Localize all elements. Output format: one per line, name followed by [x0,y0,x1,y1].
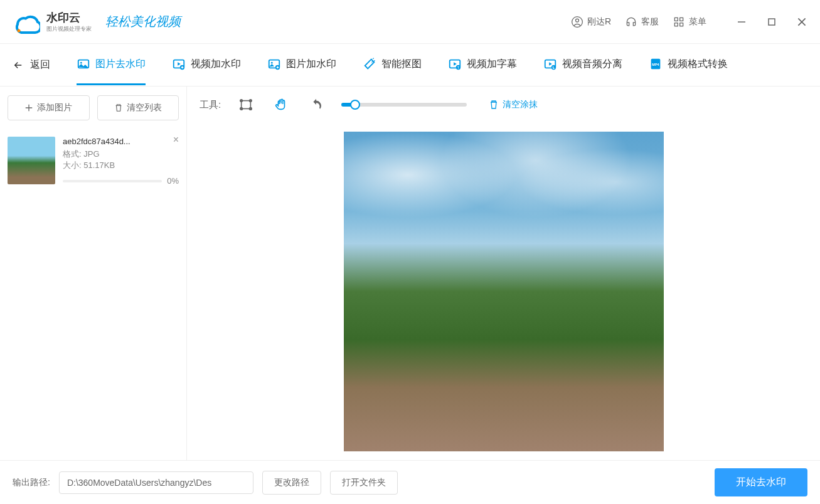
svg-point-22 [551,65,556,70]
header-actions: 刚达R 客服 菜单 [571,16,807,28]
open-folder-button[interactable]: 打开文件夹 [330,471,398,495]
main-area: 工具: 清空涂抹 [187,87,820,460]
nav-label: 图片去水印 [95,58,146,71]
slider-thumb[interactable] [350,100,360,110]
menu-label: 菜单 [689,16,706,28]
file-name: aeb2fdc87a434d... [63,137,157,146]
svg-point-26 [240,100,243,102]
brush-tool[interactable] [271,95,291,115]
svg-point-12 [80,62,82,64]
support-label: 客服 [641,16,659,28]
svg-rect-25 [242,101,251,109]
clear-list-button[interactable]: 清空列表 [97,95,179,120]
file-thumbnail [8,137,55,184]
nav-image-remove-watermark[interactable]: 图片去水印 [77,45,146,85]
nav-video-convert[interactable]: MP4 视频格式转换 [649,45,728,85]
nav-image-add-watermark[interactable]: 图片加水印 [267,45,336,85]
support-button[interactable]: 客服 [625,16,659,28]
wand-icon [363,57,376,71]
svg-point-2 [575,19,578,22]
logo-icon [13,8,40,36]
output-label: 输出路径: [13,477,50,488]
nav-label: 视频音频分离 [562,58,622,71]
trash-icon [489,100,499,110]
tool-label: 工具: [200,99,221,111]
nav-label: 视频格式转换 [668,58,728,71]
mp4-icon: MP4 [649,57,663,71]
format-value: JPG [83,149,99,159]
progress-value: 0% [167,176,179,186]
footer: 输出路径: D:\360MoveData\Users\zhangyz\Des 更… [0,460,820,504]
nav-video-add-watermark[interactable]: 视频加水印 [172,45,241,85]
sidebar: 添加图片 清空列表 aeb2fdc87a434d... 格式: JPG 大小: … [0,87,187,460]
svg-point-28 [240,108,243,110]
nav-video-audio-split[interactable]: 视频音频分离 [543,45,622,85]
undo-button[interactable] [306,95,326,115]
nav-smart-cutout[interactable]: 智能抠图 [363,45,422,85]
nav-label: 视频加字幕 [467,58,517,71]
menu-button[interactable]: 菜单 [673,16,706,28]
svg-text:MP4: MP4 [652,63,659,66]
start-button[interactable]: 开始去水印 [715,468,807,496]
svg-rect-5 [674,23,678,26]
arrow-left-icon [13,60,24,71]
logo-title: 水印云 [46,10,92,25]
svg-point-0 [18,29,21,32]
hand-pointer-icon [274,98,288,112]
add-label: 添加图片 [37,102,72,113]
nav-video-subtitle[interactable]: T 视频加字幕 [448,45,517,85]
brush-size-slider[interactable] [341,103,467,107]
toolbar: 工具: 清空涂抹 [187,87,820,123]
clear-brush-button[interactable]: 清空涂抹 [489,99,538,110]
back-button[interactable]: 返回 [13,58,50,71]
remove-file-button[interactable]: × [173,134,179,145]
nav-bar: 返回 图片去水印 视频加水印 图片加水印 智能抠图 T 视频加字幕 视频音频分离… [0,44,820,87]
video-audio-icon [543,57,557,71]
nav-label: 图片加水印 [286,58,336,71]
svg-rect-3 [674,18,678,21]
change-path-button[interactable]: 更改路径 [262,471,321,495]
nav-label: 智能抠图 [381,58,422,71]
logo-area: 水印云 图片视频处理专家 轻松美化视频 [13,8,181,36]
clear-brush-label: 清空涂抹 [503,99,538,110]
svg-rect-6 [680,23,683,26]
user-button[interactable]: 刚达R [571,16,611,28]
add-image-button[interactable]: 添加图片 [8,95,90,120]
image-icon [77,57,90,71]
maximize-button[interactable] [766,16,777,28]
svg-point-29 [250,108,252,110]
user-icon [571,16,583,28]
back-label: 返回 [30,58,50,71]
user-label: 刚达R [587,16,611,28]
rectangle-tool[interactable] [236,95,256,115]
size-label: 大小: [63,160,82,170]
canvas-area[interactable] [187,123,820,460]
video-text-icon: T [448,57,462,71]
progress-bar [63,180,162,182]
undo-icon [309,98,323,112]
trash-icon [114,103,123,112]
minimize-button[interactable] [736,16,747,28]
output-path-input[interactable]: D:\360MoveData\Users\zhangyz\Des [59,471,253,494]
video-icon [172,57,186,71]
slogan: 轻松美化视频 [105,13,181,30]
svg-point-27 [250,100,252,102]
file-item[interactable]: aeb2fdc87a434d... 格式: JPG 大小: 51.17KB 0%… [0,129,186,193]
logo-subtitle: 图片视频处理专家 [46,25,92,33]
svg-point-16 [271,62,273,64]
svg-rect-4 [680,18,683,21]
nav-label: 视频加水印 [191,58,241,71]
grid-icon [673,16,685,28]
image-preview[interactable] [344,132,664,451]
clear-label: 清空列表 [127,102,162,113]
image-add-icon [267,57,281,71]
svg-rect-8 [769,19,775,25]
format-label: 格式: [63,149,82,159]
headset-icon [625,16,637,28]
titlebar: 水印云 图片视频处理专家 轻松美化视频 刚达R 客服 菜单 [0,0,820,44]
close-button[interactable] [796,16,807,28]
rectangle-select-icon [239,98,253,112]
plus-icon [24,103,33,112]
size-value: 51.17KB [83,160,115,170]
